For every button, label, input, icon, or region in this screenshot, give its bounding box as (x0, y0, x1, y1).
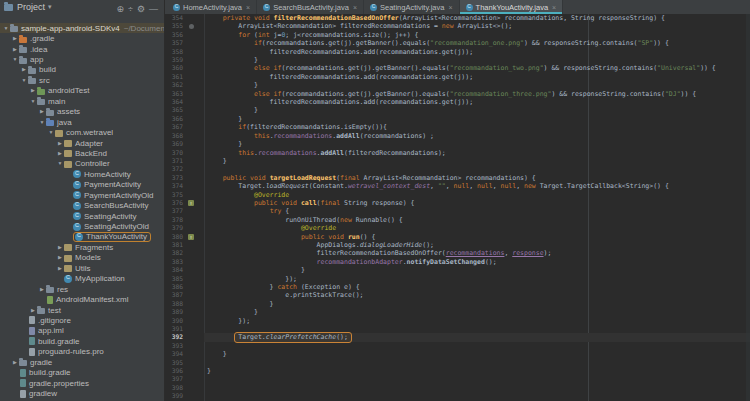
code-line[interactable]: else if(recommandations.get(j).getBanner… (204, 90, 750, 98)
tree-item[interactable]: ▶.idea (0, 44, 164, 54)
tree-item[interactable]: build.gradle (0, 367, 164, 377)
chevron-down-icon[interactable]: ▾ (48, 3, 52, 11)
tree-item[interactable]: SeatingActivity (0, 211, 164, 221)
gutter-marker-strip[interactable] (185, 174, 204, 182)
collapse-arrow-icon[interactable]: ▶ (11, 47, 19, 52)
line-number[interactable]: 378 (165, 216, 185, 224)
code-line[interactable]: } (204, 308, 750, 316)
line-number[interactable]: 379 (165, 224, 185, 232)
tree-item[interactable]: ▶Fragments (0, 242, 164, 252)
tree-item[interactable]: PaymentActivity (0, 180, 164, 190)
gutter-marker-strip[interactable] (185, 73, 204, 81)
expand-arrow-icon[interactable]: ▼ (38, 120, 46, 125)
code-line[interactable]: try { (204, 207, 750, 215)
tree-item[interactable]: proguard-rules.pro (0, 347, 164, 357)
gutter-marker-strip[interactable] (185, 233, 204, 241)
code-editor[interactable]: 354 private void filterRecommendationBas… (165, 14, 750, 401)
code-line[interactable]: ArrayList<Recommandation> filteredRecomm… (204, 22, 750, 30)
collapse-arrow-icon[interactable]: ▶ (56, 141, 64, 146)
code-line[interactable]: } (204, 115, 750, 123)
line-number[interactable]: 356 (165, 31, 185, 39)
gutter-marker-strip[interactable] (185, 90, 204, 98)
editor-tab-seatingactivity-java[interactable]: SeatingActivity.java× (364, 0, 460, 14)
line-number[interactable]: 367 (165, 123, 185, 131)
line-number[interactable]: 363 (165, 90, 185, 98)
line-number[interactable]: 372 (165, 165, 185, 173)
tree-item[interactable]: ▼com.wetravel (0, 127, 164, 137)
code-line[interactable]: } (204, 367, 750, 375)
collapse-arrow-icon[interactable]: ▶ (56, 266, 64, 271)
tree-item[interactable]: gradle.properties (0, 378, 164, 388)
close-icon[interactable]: × (353, 4, 357, 11)
gutter-marker-strip[interactable] (185, 64, 204, 72)
line-number[interactable]: 392 (165, 333, 185, 341)
tree-item[interactable]: build.gradle (0, 336, 164, 346)
code-line[interactable]: filterRecommendationBasedOnOffer(recomma… (204, 249, 750, 257)
code-line[interactable]: this.recommandations.addAll(recommandati… (204, 132, 750, 140)
settings-gear-icon[interactable]: ⚙ (135, 4, 147, 14)
tree-item[interactable]: ▼java (0, 117, 164, 127)
expand-arrow-icon[interactable]: ▼ (2, 26, 10, 31)
tree-item[interactable]: MyApplication (0, 274, 164, 284)
close-icon[interactable]: × (448, 4, 452, 11)
tree-item[interactable]: PaymentActivityOld (0, 190, 164, 200)
line-number[interactable]: 355 (165, 22, 185, 30)
gutter-marker-strip[interactable] (185, 31, 204, 39)
gutter-marker-strip[interactable] (185, 359, 204, 367)
tree-item[interactable]: ▶.gradle (0, 33, 164, 43)
code-line[interactable]: } (204, 56, 750, 64)
editor-tab-searchbusactivity-java[interactable]: SearchBusActivity.java× (257, 0, 364, 14)
code-line[interactable] (204, 384, 750, 392)
code-line[interactable]: } (204, 106, 750, 114)
code-line[interactable]: this.recommandations.addAll(filteredReco… (204, 149, 750, 157)
line-number[interactable]: 388 (165, 300, 185, 308)
line-number[interactable]: 368 (165, 132, 185, 140)
expand-arrow-icon[interactable]: ▼ (56, 161, 64, 166)
tree-item[interactable]: ▶BackEnd (0, 148, 164, 158)
code-line[interactable]: AppDialogs.dialogLoaderHide(); (204, 241, 750, 249)
override-method-icon[interactable] (188, 234, 194, 240)
tree-item[interactable]: ▼Controller (0, 159, 164, 169)
gutter-marker-strip[interactable] (185, 48, 204, 56)
code-line[interactable] (204, 392, 750, 400)
line-number[interactable]: 380 (165, 233, 185, 241)
gutter-marker-strip[interactable] (185, 140, 204, 148)
collapse-arrow-icon[interactable]: ▶ (20, 67, 28, 72)
gutter-marker-strip[interactable] (185, 165, 204, 173)
gutter-marker-strip[interactable] (185, 98, 204, 106)
code-line[interactable]: @Override (204, 224, 750, 232)
editor-tab-homeactivity-java[interactable]: HomeActivity.java× (167, 0, 257, 14)
tree-item[interactable]: ▼main (0, 96, 164, 106)
line-number[interactable]: 390 (165, 317, 185, 325)
tree-item[interactable]: .gitignore (0, 315, 164, 325)
hide-panel-icon[interactable]: — (147, 4, 160, 14)
code-line[interactable]: }); (204, 275, 750, 283)
gutter-marker-strip[interactable] (185, 325, 204, 333)
gutter-marker-strip[interactable] (185, 291, 204, 299)
code-line[interactable]: filteredRecommandations.add(recommandati… (204, 73, 750, 81)
expand-arrow-icon[interactable]: ▼ (29, 99, 37, 104)
tree-item[interactable]: ▶res (0, 284, 164, 294)
gutter-marker-strip[interactable] (185, 333, 204, 341)
collapse-arrow-icon[interactable]: ▶ (11, 36, 19, 41)
line-number[interactable]: 370 (165, 149, 185, 157)
tree-item[interactable]: HomeActivity (0, 169, 164, 179)
line-number[interactable]: 354 (165, 14, 185, 22)
line-number[interactable]: 397 (165, 375, 185, 383)
line-number[interactable]: 361 (165, 73, 185, 81)
gutter-marker-strip[interactable] (185, 300, 204, 308)
gutter-marker-strip[interactable] (185, 283, 204, 291)
line-number[interactable]: 382 (165, 249, 185, 257)
line-number[interactable]: 366 (165, 115, 185, 123)
collapse-arrow-icon[interactable]: ▶ (38, 109, 46, 114)
code-line[interactable]: public void run() { (204, 233, 750, 241)
tree-item[interactable]: ▼sample-app-android-SDKv4~/Documen (0, 23, 164, 33)
gutter-marker-strip[interactable] (185, 39, 204, 47)
collapse-arrow-icon[interactable]: ▶ (11, 360, 19, 365)
line-number[interactable]: 386 (165, 283, 185, 291)
tree-item[interactable]: ▶assets (0, 107, 164, 117)
line-number[interactable]: 383 (165, 258, 185, 266)
code-line[interactable]: public void call(final String response) … (204, 199, 750, 207)
code-line[interactable]: for (int j=0; j<recommandations.size(); … (204, 31, 750, 39)
line-number[interactable]: 396 (165, 367, 185, 375)
